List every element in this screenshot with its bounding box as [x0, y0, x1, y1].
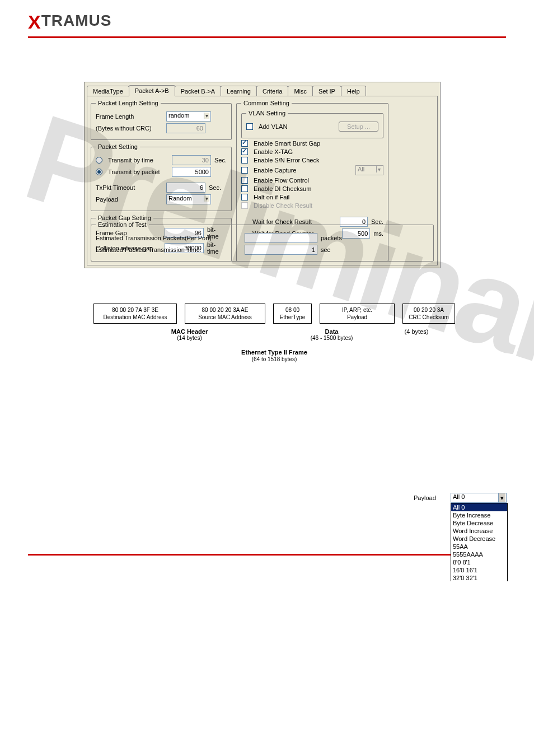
label-capture: Enable Capture — [254, 167, 296, 174]
label-sn-error: Enable S/N Error Check — [254, 157, 319, 164]
sub-data: Data(46 - 1500 bytes) — [282, 328, 382, 341]
label-flow: Enable Flow Control — [254, 177, 309, 184]
logo: XTRAMUS — [28, 13, 111, 31]
tab-help[interactable]: Help — [341, 86, 366, 96]
bullet-icon: ➢ — [45, 282, 50, 292]
box-crc: 00 20 20 3ACRC Checksum — [402, 304, 455, 324]
label-add-vlan: Add VLAN — [259, 123, 287, 130]
input-timeout[interactable] — [166, 183, 205, 193]
label-est-packets: Estimated Transmission Packets(Per Port)… — [96, 235, 241, 241]
label-payload: Payload — [96, 196, 163, 203]
check-xtag[interactable] — [241, 148, 248, 155]
header: XTRAMUS — [0, 0, 534, 36]
tab-misc[interactable]: Misc — [288, 86, 313, 96]
dd-opt[interactable]: 55AA — [451, 543, 507, 550]
tab-packet-ba[interactable]: Packet B->A — [175, 86, 221, 96]
legend-packet-gap: Packet Gap Setting — [96, 214, 153, 221]
dd-label: Payload — [414, 494, 447, 501]
unit-packets: packets — [321, 235, 342, 241]
dd-opt[interactable]: Byte Increase — [451, 511, 507, 519]
para-payload-1: Payload is the data you want to transmit… — [78, 460, 506, 476]
heading-gap-setting: Packet Gap Setting — [53, 505, 121, 514]
dd-list[interactable]: All 0 Byte Increase Byte Decrease Word I… — [451, 503, 508, 581]
logo-x: X — [28, 11, 41, 33]
logo-text: TRAMUS — [41, 12, 112, 30]
input-bytes-wo-crc — [166, 123, 205, 133]
select-payload[interactable]: Random — [166, 194, 211, 204]
legend-estimation: Estimation of Test — [96, 221, 149, 228]
dd-opt[interactable]: 16'0 16'1 — [451, 566, 507, 574]
group-vlan: VLAN Setting Add VLAN Setup ... — [241, 110, 383, 138]
para-payload-2: In this option, user can specify the for… — [78, 483, 506, 491]
select-capture-mode: All — [355, 165, 383, 175]
dd-opt[interactable]: 32'0 32'1 — [451, 574, 507, 581]
sub-mac-header: MAC Header(14 bytes) — [106, 328, 274, 341]
check-add-vlan[interactable] — [246, 123, 253, 130]
check-sn-error[interactable] — [241, 157, 248, 164]
dd-opt[interactable]: All 0 — [451, 503, 507, 511]
heading-packet-ab: 4.2.2. Packet A->B & Packet B->A — [62, 66, 506, 76]
check-flow[interactable] — [241, 177, 248, 184]
tab-mediatype[interactable]: MediaType — [87, 86, 129, 96]
select-frame-length[interactable]: random — [166, 111, 211, 122]
label-disable-result: Disable Check Result — [254, 202, 312, 209]
para-frame-length: Frame Length: Frame length setting of la… — [62, 372, 489, 397]
heading-payload: Payload — [53, 444, 82, 453]
check-smart-burst[interactable] — [241, 140, 248, 147]
bullet-icon: ➢ — [45, 444, 50, 454]
footer-left: Ethernet Test Utility NuApps-2889-RM — [28, 558, 132, 564]
legend-vlan: VLAN Setting — [246, 110, 288, 116]
sub-crc-bytes: (4 bytes) — [390, 328, 443, 341]
label-bytes-wo-crc: (Bytes without CRC) — [96, 125, 163, 132]
tab-setip[interactable]: Set IP — [312, 86, 341, 96]
dd-opt[interactable]: 8'0 8'1 — [451, 558, 507, 566]
tab-criteria[interactable]: Criteria — [256, 86, 288, 96]
label-est-time: Estimated Packets Transmission Time: — [96, 246, 241, 253]
check-capture[interactable] — [241, 167, 248, 174]
radio-tx-by-time[interactable] — [96, 157, 102, 164]
dd-opt[interactable]: Word Increase — [451, 527, 507, 535]
input-tx-packet[interactable] — [172, 167, 211, 177]
dd-opt[interactable]: Word Decrease — [451, 535, 507, 543]
tab-bar: MediaType Packet A->B Packet B->A Learni… — [85, 82, 440, 96]
button-vlan-setup: Setup ... — [339, 122, 378, 132]
unit-sec2: Sec. — [209, 184, 221, 191]
input-tx-time — [172, 155, 211, 165]
box-ethertype: 08 00EtherType — [273, 304, 312, 324]
check-halt[interactable] — [241, 194, 248, 200]
label-txpkt-timeout: TxPkt Timeout — [96, 184, 163, 191]
dd-opt[interactable]: 5555AAAA — [451, 550, 507, 558]
box-dest-mac: 80 00 20 7A 3F 3EDestination MAC Address — [93, 304, 177, 324]
tab-packet-ab[interactable]: Packet A->B — [129, 85, 175, 96]
heading-packet-length: Packet Length Setting — [53, 283, 132, 292]
group-packet-length: Packet Length Setting Frame Length rando… — [91, 100, 232, 140]
frame-caption: Ethernet Type II Frame(64 to 1518 bytes) — [84, 349, 465, 362]
label-smart-burst: Enable Smart Burst Gap — [254, 140, 320, 147]
label-frame-length: Frame Length — [96, 113, 163, 120]
check-di[interactable] — [241, 185, 248, 192]
unit-sec: Sec. — [214, 157, 227, 164]
input-est-packets — [245, 233, 317, 243]
legend-packet-setting: Packet Setting — [96, 143, 140, 150]
dd-opt[interactable]: Byte Decrease — [451, 519, 507, 527]
group-estimation: Estimation of Test Estimated Transmissio… — [91, 221, 434, 262]
check-disable-result — [241, 202, 248, 209]
label-di: Enable DI Checksum — [254, 185, 311, 192]
payload-dropdown: Payload All 0 All 0 Byte Increase Byte D… — [414, 493, 512, 581]
label-halt: Halt on if Fail — [254, 194, 289, 200]
tab-learning[interactable]: Learning — [221, 86, 257, 96]
radio-tx-by-packet[interactable] — [96, 169, 102, 175]
input-est-time — [245, 245, 317, 255]
label-tx-by-packet: Transmit by packet — [108, 169, 168, 175]
legend-packet-length: Packet Length Setting — [96, 100, 161, 106]
group-packet-setting: Packet Setting Transmit by time Sec. Tra… — [91, 143, 232, 211]
dd-select[interactable]: All 0 — [451, 493, 507, 503]
label-xtag: Enable X-TAG — [254, 148, 293, 155]
settings-dialog: MediaType Packet A->B Packet B->A Learni… — [84, 82, 441, 268]
box-payload: IP, ARP, etc.Payload — [320, 304, 395, 324]
label-tx-by-time: Transmit by time — [108, 157, 168, 164]
unit-sec4: sec — [321, 246, 330, 253]
legend-common: Common Setting — [241, 100, 292, 106]
para-frame-length-2: To decide the frame length, choose Fixed… — [62, 405, 489, 430]
frame-diagram: 80 00 20 7A 3F 3EDestination MAC Address… — [84, 304, 465, 362]
